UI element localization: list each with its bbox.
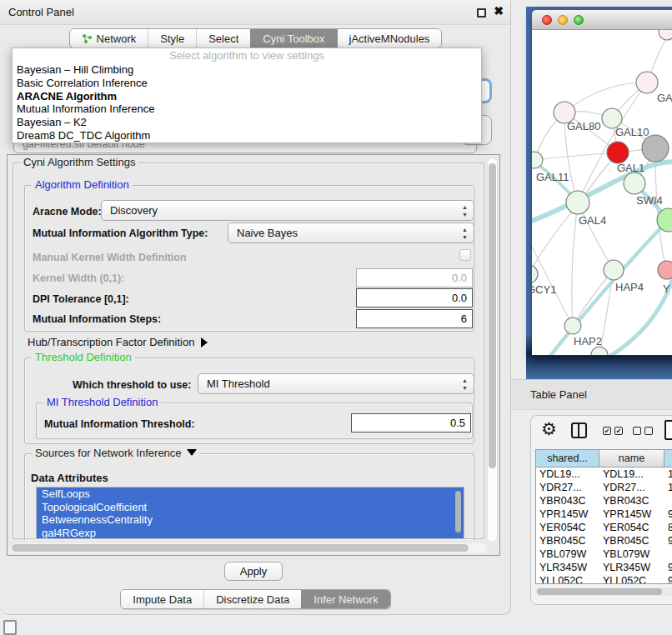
tab-jactivemnodules[interactable]: jActiveMNodules <box>337 29 442 48</box>
control-panel-titlebar: Control Panel ✖ <box>0 0 510 25</box>
tab-cyni-toolbox[interactable]: Cyni Toolbox <box>250 29 336 48</box>
settings-hscrollbar[interactable] <box>10 543 487 553</box>
tab-label: Style <box>160 32 184 45</box>
network-node[interactable] <box>636 72 658 93</box>
expanded-arrow-icon <box>187 449 197 456</box>
network-node[interactable] <box>624 172 645 194</box>
tab-impute-data[interactable]: Impute Data <box>121 590 203 608</box>
data-attribute-item[interactable]: gal4RGexp <box>37 527 464 540</box>
settings-vscrollbar[interactable] <box>487 158 498 542</box>
network-edge[interactable] <box>564 82 647 112</box>
data-attribute-item[interactable]: TopologicalCoefficient <box>37 501 464 514</box>
network-node-label: HAP4 <box>615 281 644 293</box>
mi-threshold-field[interactable]: 0.5 <box>351 413 471 432</box>
apply-button[interactable]: Apply <box>224 562 283 581</box>
network-node[interactable] <box>642 135 669 162</box>
minimize-traffic-light[interactable] <box>558 15 568 25</box>
mi-type-label: Mutual Information Algorithm Type: <box>33 228 208 239</box>
mi-steps-field[interactable]: 6 <box>356 309 473 328</box>
node-table[interactable]: shared...name YDL19...YDL19...13YDR27...… <box>535 449 672 584</box>
network-node[interactable] <box>591 347 608 355</box>
table-cell: YDL19... <box>599 468 664 481</box>
algorithm-option-aracne[interactable]: ARACNE Algorithm <box>13 90 481 103</box>
close-icon[interactable]: ✖ <box>494 4 504 18</box>
network-edge[interactable] <box>532 238 573 326</box>
which-threshold-select[interactable]: MI Threshold ▲▼ <box>198 373 474 394</box>
table-cell: YLL052C <box>536 574 599 584</box>
table-cell: YLR345W <box>536 561 599 574</box>
group-title: Algorithm Definition <box>32 178 133 191</box>
table-body: YDL19...YDL19...13YDR27...YDR27...12YBR0… <box>536 468 672 584</box>
table-row[interactable]: YDL19...YDL19...13 <box>536 468 672 481</box>
network-window-titlebar[interactable] <box>532 10 672 30</box>
group-title: MI Threshold Definition <box>43 396 161 408</box>
table-row[interactable]: YPR145WYPR145W9. <box>536 508 672 521</box>
close-traffic-light[interactable] <box>542 15 552 25</box>
zoom-traffic-light[interactable] <box>574 15 584 25</box>
settings-hscrollbar-thumb[interactable] <box>12 544 469 552</box>
table-row[interactable]: YDR27...YDR27...12 <box>536 481 672 494</box>
table-row[interactable]: YBR043CYBR043C <box>536 494 672 508</box>
table-column-header[interactable]: shared... <box>536 450 599 468</box>
network-node[interactable] <box>532 265 538 283</box>
unchecked-checkbox-icon[interactable] <box>644 427 653 435</box>
table-hscrollbar-thumb[interactable] <box>537 588 662 595</box>
network-edge[interactable] <box>534 152 618 160</box>
aracne-mode-select[interactable]: Discovery ▲▼ <box>101 200 474 221</box>
table-row[interactable]: YLR345WYLR345W9. <box>536 561 672 574</box>
network-edge[interactable] <box>550 220 669 355</box>
data-attribute-item[interactable]: SelfLoops <box>37 488 464 501</box>
table-cell: YER054C <box>536 521 599 534</box>
mi-threshold-label: Mutual Information Threshold: <box>44 418 195 430</box>
tab-label: Network <box>97 32 137 45</box>
unchecked-checkbox-icon[interactable] <box>633 427 641 435</box>
gear-icon[interactable]: ⚙ <box>541 419 557 439</box>
table-cell: 13 <box>664 468 672 481</box>
table-row[interactable]: YLL052CYLL052C9 <box>536 574 672 584</box>
document-icon[interactable] <box>664 420 672 440</box>
algorithm-option[interactable]: Basic Correlation Inference <box>13 77 481 90</box>
network-node[interactable] <box>604 260 624 280</box>
data-attributes-list[interactable]: SelfLoopsTopologicalCoefficientBetweenne… <box>36 487 464 539</box>
tab-discretize-data[interactable]: Discretize Data <box>203 590 301 608</box>
algorithm-option[interactable]: Mutual Information Inference <box>13 102 481 116</box>
algorithm-option[interactable]: Bayesian – Hill Climbing <box>13 63 481 77</box>
checked-checkbox-icon[interactable]: ✔ <box>603 427 611 435</box>
table-row[interactable]: YBL079WYBL079W <box>536 548 672 561</box>
algorithm-option[interactable]: Dream8 DC_TDC Algorithm <box>13 129 481 142</box>
table-cell: YBR043C <box>599 494 664 508</box>
tab-select[interactable]: Select <box>196 29 250 48</box>
settings-vscrollbar-thumb[interactable] <box>489 163 496 468</box>
sources-group-title[interactable]: Sources for Network Inference <box>32 447 200 459</box>
network-edge[interactable] <box>572 202 578 326</box>
network-canvas[interactable]: GALGAL80GAL10GAL1SWI4GAL11GAL4GCY1HAP4YH… <box>532 30 672 355</box>
float-panel-icon[interactable] <box>477 8 486 18</box>
minimized-panel-icon[interactable] <box>3 620 17 635</box>
control-panel-tabbar: Network Style Select Cyni Toolbox jActiv… <box>0 28 511 48</box>
collapsed-arrow-icon <box>201 338 208 348</box>
checked-checkbox-icon[interactable]: ✔ <box>614 427 623 435</box>
data-attribute-item[interactable]: BetweennessCentrality <box>37 513 464 527</box>
kernel-width-field[interactable]: 0.0 <box>356 268 473 288</box>
tab-network[interactable]: Network <box>70 29 148 48</box>
hub-definition-toggle[interactable]: Hub/Transcription Factor Definition <box>28 336 208 348</box>
dpi-tolerance-field[interactable]: 0.0 <box>356 288 473 308</box>
manual-kernel-checkbox[interactable] <box>459 249 471 261</box>
mi-type-select[interactable]: Naive Bayes ▲▼ <box>228 222 474 243</box>
table-column-header[interactable]: name <box>599 450 664 468</box>
table-column-header[interactable] <box>664 450 672 468</box>
network-node[interactable] <box>658 261 672 279</box>
network-node[interactable] <box>607 142 629 163</box>
list-scrollbar-thumb[interactable] <box>455 491 461 532</box>
tab-infer-network[interactable]: Infer Network <box>301 590 389 608</box>
network-node[interactable] <box>566 191 589 214</box>
table-row[interactable]: YBR045CYBR045C9. <box>536 534 672 548</box>
algorithm-option[interactable]: Bayesian – K2 <box>13 116 481 129</box>
table-row[interactable]: YER054CYER054C8. <box>536 521 672 534</box>
tab-style[interactable]: Style <box>148 29 196 48</box>
column-panes-icon[interactable] <box>571 422 587 438</box>
network-node[interactable] <box>564 318 581 334</box>
table-toolbar: ⚙ ✔ ✔ <box>531 416 672 448</box>
network-node[interactable] <box>659 30 672 40</box>
table-hscrollbar[interactable] <box>535 588 672 596</box>
